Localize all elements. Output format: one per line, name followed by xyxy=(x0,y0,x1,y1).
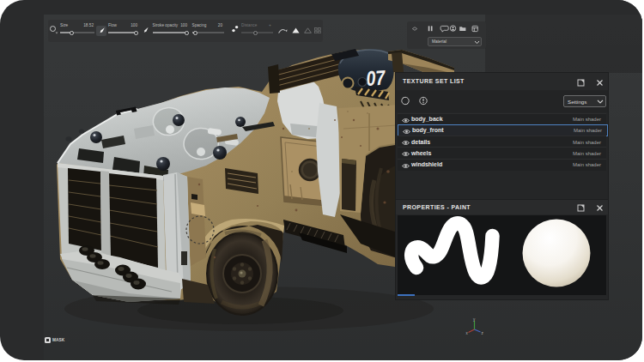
svg-text:z: z xyxy=(482,331,484,335)
svg-text:y: y xyxy=(473,317,476,322)
svg-text:x: x xyxy=(466,331,469,335)
svg-text:07: 07 xyxy=(365,66,386,91)
